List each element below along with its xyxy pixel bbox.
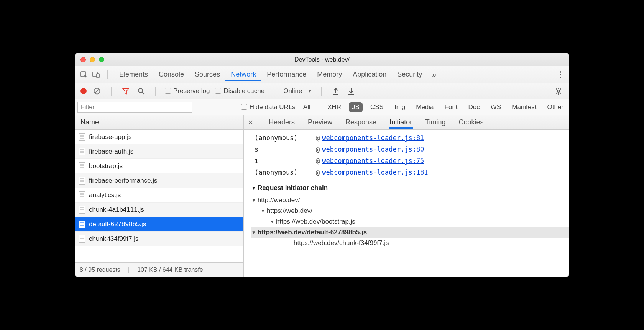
detail-tab-timing[interactable]: Timing [424,116,446,129]
request-name: bootstrap.js [89,162,123,170]
throttling-select[interactable]: Online▼ [283,87,312,95]
tab-network[interactable]: Network [225,67,261,81]
tab-security[interactable]: Security [392,67,427,81]
chain-node[interactable]: ▼https://web.dev/default-627898b5.js [251,227,569,238]
request-row[interactable]: firebase-performance.js [75,173,243,188]
stack-frame: i@webcomponents-loader.js:75 [255,155,569,167]
request-row[interactable]: analytics.js [75,188,243,203]
tab-console[interactable]: Console [153,67,189,81]
filter-type-css[interactable]: CSS [367,102,387,112]
request-row[interactable]: default-627898b5.js [75,217,243,232]
filter-type-manifest[interactable]: Manifest [509,102,539,112]
tab-memory[interactable]: Memory [312,67,347,81]
request-detail: ✕ HeadersPreviewResponseInitiatorTimingC… [244,115,569,277]
network-toolbar: Preserve log Disable cache Online▼ [75,83,569,99]
download-har-icon[interactable] [346,86,356,96]
detail-tab-response[interactable]: Response [345,116,377,129]
detail-tab-preview[interactable]: Preview [307,116,333,129]
filter-type-doc[interactable]: Doc [465,102,483,112]
file-icon [79,177,85,185]
detail-tabs: ✕ HeadersPreviewResponseInitiatorTimingC… [244,115,569,130]
detail-tab-headers[interactable]: Headers [268,116,296,129]
disable-cache-checkbox[interactable]: Disable cache [215,87,264,95]
request-row[interactable]: bootstrap.js [75,159,243,173]
detail-tab-cookies[interactable]: Cookies [458,116,485,129]
file-icon [79,148,85,155]
titlebar: DevTools - web.dev/ [75,53,569,66]
preserve-log-checkbox[interactable]: Preserve log [165,87,210,95]
filter-type-all[interactable]: All [300,102,314,112]
stack-fn: s [255,145,316,153]
filter-type-img[interactable]: Img [391,102,408,112]
settings-gear-icon[interactable] [554,86,564,96]
chain-node[interactable]: ▼http://web.dev/ [251,195,569,206]
svg-point-9 [557,90,560,92]
status-bar: 8 / 95 requests | 107 KB / 644 KB transf… [75,262,243,277]
svg-line-4 [95,89,99,93]
file-icon [79,221,85,228]
search-icon[interactable] [136,86,146,96]
stack-link[interactable]: webcomponents-loader.js:81 [322,134,424,142]
file-icon [79,235,85,243]
stack-frame: (anonymous)@webcomponents-loader.js:81 [255,132,569,144]
chain-label: http://web.dev/ [258,196,300,204]
tab-elements[interactable]: Elements [114,67,153,81]
clear-icon[interactable] [92,86,102,96]
close-detail-icon[interactable]: ✕ [248,118,256,127]
chain-label: https://web.dev/bootstrap.js [276,218,355,225]
svg-line-6 [142,92,144,94]
request-name: firebase-performance.js [89,177,158,185]
status-transfer: 107 KB / 644 KB transfe [137,266,203,273]
request-name: default-627898b5.js [89,221,146,228]
file-icon [79,206,85,214]
stack-frame: s@webcomponents-loader.js:80 [255,144,569,155]
stack-link[interactable]: webcomponents-loader.js:181 [322,168,428,176]
file-icon [79,162,85,170]
chain-node[interactable]: https://web.dev/chunk-f34f99f7.js [251,238,569,248]
window-title: DevTools - web.dev/ [75,56,569,63]
request-name: chunk-f34f99f7.js [89,235,138,243]
filter-type-other[interactable]: Other [544,102,567,112]
filter-type-media[interactable]: Media [413,102,437,112]
tab-application[interactable]: Application [347,67,392,81]
upload-har-icon[interactable] [331,86,341,96]
stack-fn: i [255,157,316,165]
disclosure-icon: ▼ [270,219,274,224]
initiator-chain-header[interactable]: ▼Request initiator chain [244,178,569,194]
chain-node[interactable]: ▼https://web.dev/ [251,206,569,216]
file-icon [79,191,85,199]
filter-type-ws[interactable]: WS [488,102,504,112]
request-row[interactable]: firebase-auth.js [75,144,243,159]
chain-node[interactable]: ▼https://web.dev/bootstrap.js [251,216,569,227]
kebab-menu-icon[interactable] [556,71,565,78]
stack-link[interactable]: webcomponents-loader.js:75 [322,157,424,165]
stack-fn: (anonymous) [255,134,316,142]
disclosure-icon: ▼ [251,230,256,235]
stack-fn: (anonymous) [255,168,316,176]
filter-icon[interactable] [121,86,131,96]
tab-sources[interactable]: Sources [189,67,225,81]
request-row[interactable]: firebase-app.js [75,130,243,144]
request-name: firebase-app.js [89,133,132,141]
tab-performance[interactable]: Performance [261,67,312,81]
hide-data-urls-checkbox[interactable]: Hide data URLs [241,103,296,111]
filter-input[interactable] [77,102,192,113]
detail-tab-initiator[interactable]: Initiator [389,116,413,129]
column-header-name[interactable]: Name [75,115,243,130]
inspect-icon[interactable] [79,70,89,80]
svg-rect-2 [97,74,99,78]
filter-type-js[interactable]: JS [349,102,363,112]
record-icon[interactable] [80,88,87,94]
request-name: chunk-4a1b4111.js [89,206,144,214]
request-row[interactable]: chunk-4a1b4111.js [75,203,243,217]
request-list: Name firebase-app.jsfirebase-auth.jsboot… [75,115,244,277]
filter-type-font[interactable]: Font [442,102,461,112]
request-row[interactable]: chunk-f34f99f7.js [75,232,243,246]
stack-link[interactable]: webcomponents-loader.js:80 [322,145,424,153]
device-toggle-icon[interactable] [91,70,101,80]
filter-bar: Hide data URLs All|XHRJSCSSImgMediaFontD… [75,99,569,115]
chain-label: https://web.dev/chunk-f34f99f7.js [294,239,389,247]
chain-label: https://web.dev/ [267,207,312,215]
more-tabs-icon[interactable]: » [430,70,439,79]
filter-type-xhr[interactable]: XHR [324,102,344,112]
